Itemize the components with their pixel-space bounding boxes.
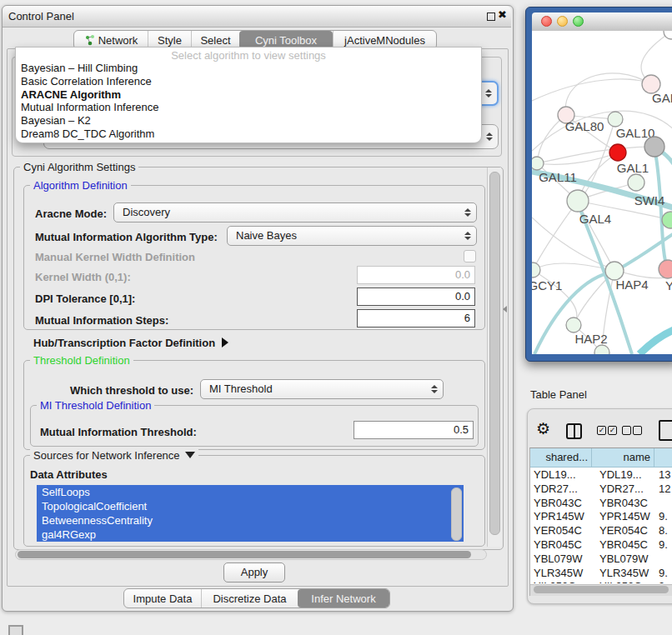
network-icon	[84, 34, 95, 46]
apply-button[interactable]: Apply	[223, 562, 285, 582]
column-header[interactable]	[654, 448, 672, 468]
network-node[interactable]	[609, 144, 626, 161]
settings-vertical-scrollbar-thumb[interactable]	[489, 172, 500, 535]
table-row[interactable]: YDR27...YDR27...12	[530, 482, 672, 497]
combo-arrows-icon	[486, 132, 492, 141]
column-header[interactable]: shared...	[530, 448, 592, 468]
tab-impute-data[interactable]: Impute Data	[124, 589, 201, 608]
algorithm-definition-title: Algorithm Definition	[30, 179, 131, 192]
expand-right-icon[interactable]	[222, 338, 228, 348]
data-attribute-item[interactable]: SelfLoops	[37, 485, 464, 499]
table-cell: 9.	[659, 538, 668, 552]
close-icon[interactable]: ✖	[498, 8, 507, 21]
table-cell: YPR145W	[599, 510, 650, 524]
dpi-tolerance-field[interactable]: 0.0	[357, 288, 475, 306]
table-row[interactable]: YBL079WYBL079W	[530, 552, 672, 567]
clear-checkbox-icon[interactable]	[622, 426, 631, 435]
settings-group-title: Cyni Algorithm Settings	[20, 161, 138, 173]
docked-panel-icon[interactable]	[8, 625, 23, 635]
network-node[interactable]	[566, 318, 581, 332]
zoom-traffic-light-icon[interactable]	[573, 16, 584, 27]
tab-discretize-data[interactable]: Discretize Data	[201, 589, 298, 608]
mi-threshold-definition-title: MI Threshold Definition	[37, 399, 154, 412]
settings-horizontal-scrollbar-thumb[interactable]	[18, 551, 471, 558]
which-threshold-combobox[interactable]: MI Threshold	[200, 379, 444, 399]
algorithm-option[interactable]: Bayesian – K2	[19, 114, 478, 128]
threshold-definition-title: Threshold Definition	[30, 354, 133, 367]
network-node[interactable]	[532, 157, 544, 170]
mi-steps-field[interactable]: 6	[357, 309, 475, 328]
sources-group-title[interactable]: Sources for Network Inference	[30, 449, 198, 462]
node-label: HAP2	[574, 332, 607, 346]
table-cell: 9.	[659, 567, 668, 581]
node-label: GAL1	[617, 161, 649, 175]
node-label: GCY1	[532, 278, 562, 292]
column-header[interactable]: name	[592, 448, 654, 468]
table-row[interactable]: YBR045CYBR045C9.	[530, 538, 672, 552]
attributes-scrollbar-thumb[interactable]	[451, 488, 462, 541]
table-row[interactable]: YPR145WYPR145W9.	[530, 510, 672, 524]
aracne-mode-combobox[interactable]: Discovery	[113, 202, 477, 222]
table-row[interactable]: YER054CYER054C8.	[530, 524, 672, 538]
tab-infer-network[interactable]: Infer Network	[298, 589, 389, 608]
table-row[interactable]: YDL19...YDL19...13	[530, 468, 672, 482]
table-row[interactable]: YIL052CYIL052C9	[530, 580, 672, 583]
float-window-icon[interactable]	[487, 12, 495, 21]
tab-label: Impute Data	[133, 592, 193, 605]
panel-divider-handle[interactable]	[503, 306, 507, 312]
clear-checkbox-icon[interactable]	[633, 426, 642, 435]
network-node[interactable]	[659, 260, 672, 278]
gear-icon[interactable]: ⚙	[536, 419, 550, 438]
network-node[interactable]	[608, 112, 623, 127]
table-header-row: shared...name	[530, 448, 672, 468]
select-all-checkbox-icon[interactable]: ✓	[597, 426, 606, 435]
algorithm-option[interactable]: Mutual Information Inference	[19, 101, 478, 114]
document-icon[interactable]	[659, 420, 672, 441]
which-threshold-value: MI Threshold	[209, 382, 273, 395]
close-traffic-light-icon[interactable]	[541, 16, 552, 27]
network-node[interactable]	[532, 262, 540, 278]
table-row[interactable]: YLR345WYLR345W9.	[530, 567, 672, 581]
table-cell: YDL19...	[599, 468, 642, 482]
data-attribute-item[interactable]: gal4RGexp	[37, 528, 464, 542]
kernel-width-field[interactable]: 0.0	[357, 266, 475, 284]
table-cell: YBR043C	[534, 497, 582, 511]
algorithm-option[interactable]: ARACNE Algorithm	[19, 88, 478, 102]
table-row[interactable]: YBR043CYBR043C	[530, 497, 672, 511]
algorithm-option[interactable]: Dream8 DC_TDC Algorithm	[19, 128, 478, 141]
columns-icon[interactable]	[566, 423, 582, 439]
mi-type-value: Naive Bayes	[236, 229, 297, 242]
data-attribute-item[interactable]: TopologicalCoefficient	[37, 499, 464, 513]
network-node[interactable]	[628, 174, 644, 191]
which-threshold-label: Which threshold to use:	[70, 384, 193, 397]
mi-threshold-field[interactable]: 0.5	[354, 421, 474, 439]
network-node[interactable]	[664, 31, 672, 39]
table-horizontal-scrollbar-thumb[interactable]	[534, 586, 669, 593]
select-all-checkbox-icon[interactable]: ✓	[608, 426, 617, 435]
network-canvas[interactable]: GALGAL80GAL10GAL1SWI4GAL11GAL4GCY1HAP4YH…	[532, 31, 672, 354]
table-cell: YER054C	[599, 524, 648, 538]
collapse-down-icon[interactable]	[185, 452, 195, 458]
table-cell: 9.	[659, 510, 668, 524]
minimize-traffic-light-icon[interactable]	[557, 16, 568, 27]
data-attributes-label: Data Attributes	[30, 468, 108, 481]
network-view-window[interactable]: GALGAL80GAL10GAL1SWI4GAL11GAL4GCY1HAP4YH…	[525, 7, 672, 362]
algorithm-option[interactable]: Bayesian – Hill Climbing	[19, 62, 478, 75]
mi-type-combobox[interactable]: Naive Bayes	[227, 226, 477, 246]
table-cell: YIL052C	[599, 580, 642, 583]
manual-kernel-checkbox[interactable]	[464, 250, 476, 262]
manual-kernel-label: Manual Kernel Width Definition	[35, 251, 195, 263]
dpi-tolerance-label: DPI Tolerance [0,1]:	[35, 292, 135, 305]
network-window-titlebar[interactable]	[532, 12, 672, 32]
hub-section-label: Hub/Transcription Factor Definition	[33, 337, 215, 349]
application-root: Control Panel ✖ Network Style Select Cyn…	[0, 0, 672, 635]
mi-type-label: Mutual Information Algorithm Type:	[35, 231, 218, 243]
data-attribute-item[interactable]: BetweennessCentrality	[37, 513, 464, 528]
network-node[interactable]	[567, 190, 589, 212]
table-panel-title: Table Panel	[530, 388, 587, 401]
bottom-tabs: Impute Data Discretize Data Infer Networ…	[123, 588, 390, 608]
control-panel-titlebar[interactable]	[3, 6, 511, 28]
hub-section-toggle[interactable]: Hub/Transcription Factor Definition	[33, 337, 228, 349]
algorithm-option[interactable]: Basic Correlation Inference	[19, 75, 478, 88]
network-node[interactable]	[644, 137, 664, 157]
